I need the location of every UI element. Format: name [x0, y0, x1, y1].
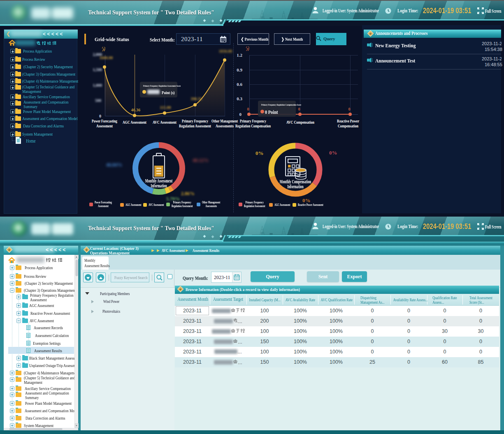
svg-text:0.3: 0.3 [237, 96, 242, 101]
svg-text:0: 0 [99, 114, 101, 118]
svg-text:Power Forecasting: Power Forecasting [92, 119, 118, 123]
svg-text:1600.00: 1600.00 [100, 55, 113, 60]
svg-text:AGC Assessment: AGC Assessment [123, 120, 146, 125]
svg-text:46.36: 46.36 [131, 108, 141, 112]
svg-text:Primary Frequency: Primary Frequency [240, 119, 267, 123]
svg-text:Assessments: Assessments [216, 124, 234, 128]
svg-text:1.2: 1.2 [237, 53, 242, 58]
svg-text:0: 0 [239, 112, 242, 117]
svg-text:0.6: 0.6 [237, 82, 242, 87]
svg-text:1836.08: 1836.08 [219, 49, 232, 53]
svg-text:1,000: 1,000 [93, 83, 102, 88]
svg-text:AVC Assessment: AVC Assessment [153, 120, 177, 125]
svg-text:Other Management: Other Management [211, 119, 238, 123]
svg-text:500: 500 [95, 98, 101, 103]
svg-text:1,500: 1,500 [93, 67, 102, 72]
svg-text:Compensation: Compensation [338, 124, 358, 128]
svg-text:Reactive Power: Reactive Power [337, 119, 359, 123]
svg-text:AVC Compensation: AVC Compensation [286, 120, 314, 125]
svg-text:Regulation Compensation: Regulation Compensation [235, 124, 271, 128]
svg-text:Primary Frequency: Primary Frequency [182, 119, 209, 123]
svg-text:115.00: 115.00 [160, 105, 171, 110]
svg-text:Regulation Assessment: Regulation Assessment [179, 124, 211, 128]
svg-text:0: 0 [298, 107, 300, 111]
svg-text:Assessment: Assessment [96, 124, 113, 128]
svg-text:398.35: 398.35 [190, 97, 202, 101]
svg-text:0: 0 [348, 107, 351, 111]
svg-text:0.9: 0.9 [237, 67, 242, 72]
svg-text:0: 0 [247, 107, 249, 111]
